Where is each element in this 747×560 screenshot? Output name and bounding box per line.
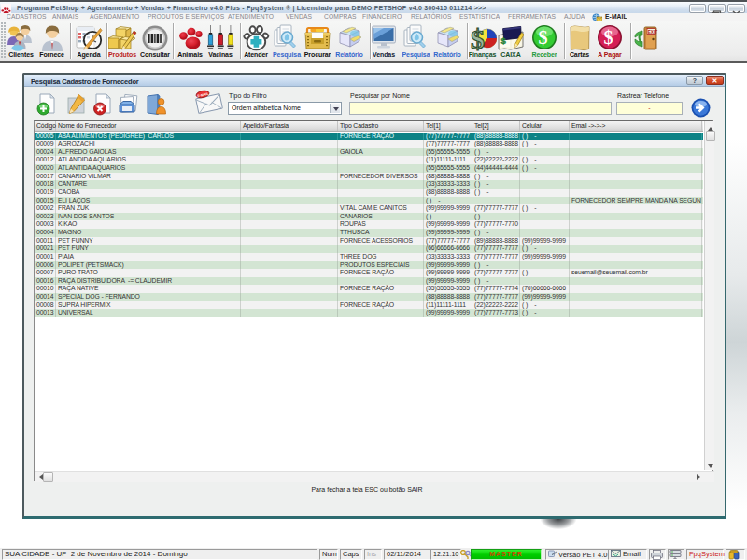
svg-text:$: $ bbox=[471, 24, 485, 52]
svg-text:$: $ bbox=[539, 27, 548, 48]
svg-text:$: $ bbox=[604, 27, 613, 48]
svg-text:$: $ bbox=[501, 35, 507, 46]
svg-text:EXIT: EXIT bbox=[648, 30, 657, 35]
